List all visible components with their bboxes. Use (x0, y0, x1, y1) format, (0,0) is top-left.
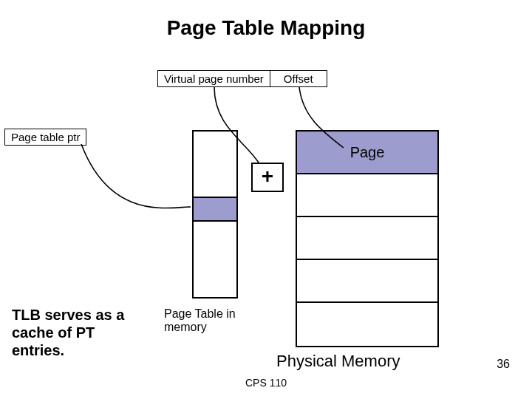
adder-box: + (251, 163, 284, 192)
physical-memory: Page (296, 130, 439, 347)
physical-frame-empty (297, 260, 437, 303)
physical-frame-empty (297, 303, 437, 346)
page-table-ptr-box: Page table ptr (4, 129, 86, 146)
slide-number: 36 (497, 358, 510, 371)
physical-frame-empty (297, 174, 437, 217)
vpn-field: Virtual page number (158, 71, 270, 86)
slide-title: Page Table Mapping (0, 16, 532, 40)
tlb-note: TLB serves as a cache of PT entries. (12, 306, 145, 359)
page-table (192, 130, 238, 299)
physical-memory-caption: Physical Memory (276, 352, 400, 371)
page-table-entry (192, 197, 238, 222)
footer-course: CPS 110 (0, 377, 532, 389)
virtual-address-box: Virtual page number Offset (157, 70, 327, 87)
offset-field: Offset (270, 71, 327, 86)
page-table-caption: Page Table in memory (164, 307, 253, 335)
physical-frame-empty (297, 217, 437, 260)
physical-page-frame: Page (297, 132, 437, 174)
